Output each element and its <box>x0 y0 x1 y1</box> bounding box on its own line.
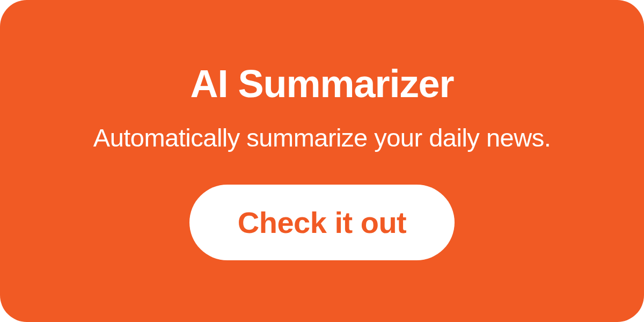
promo-card: AI Summarizer Automatically summarize yo… <box>0 0 644 322</box>
promo-title: AI Summarizer <box>190 62 453 106</box>
check-it-out-button[interactable]: Check it out <box>189 185 455 260</box>
promo-subtitle: Automatically summarize your daily news. <box>93 123 551 152</box>
